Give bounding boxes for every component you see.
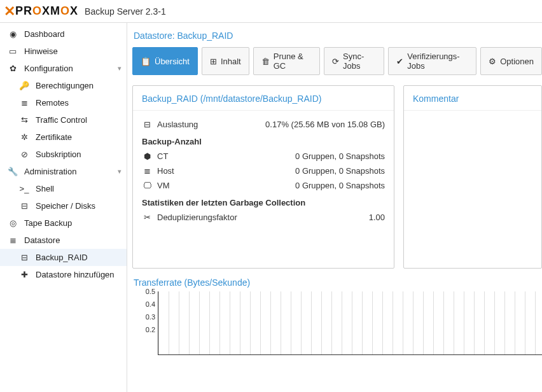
tab-label: Verifizierungs-Jobs bbox=[407, 52, 468, 71]
type-label: VM bbox=[157, 181, 170, 190]
tab-icon: ⚙ bbox=[489, 57, 496, 66]
sidebar-item-tape-backup[interactable]: ◎Tape Backup bbox=[0, 214, 127, 232]
type-value: 0 Gruppen, 0 Snapshots bbox=[295, 166, 385, 176]
type-icon: 🖵 bbox=[142, 181, 152, 190]
sidebar-item-shell[interactable]: >_Shell bbox=[0, 180, 127, 197]
backup-count-header: Backup-Anzahl bbox=[142, 132, 385, 149]
tab-sync-jobs[interactable]: ⟳Sync-Jobs bbox=[324, 47, 384, 75]
logo-mark-icon: ✕ bbox=[4, 3, 14, 20]
type-icon: ≣ bbox=[142, 166, 152, 176]
sidebar-item-administration[interactable]: 🔧Administration▾ bbox=[0, 163, 127, 180]
sidebar-item-datastore[interactable]: ≣Datastore bbox=[0, 232, 127, 249]
dedup-label: Deduplizierungsfaktor bbox=[157, 213, 237, 222]
nav-icon: ⊟ bbox=[19, 253, 29, 262]
app-title: Backup Server 2.3-1 bbox=[85, 6, 166, 17]
nav-icon: ▭ bbox=[8, 46, 18, 56]
chart-gridlines bbox=[158, 291, 542, 354]
sidebar-item-label: Dashboard bbox=[24, 29, 122, 39]
sidebar-item-label: Datastore bbox=[24, 235, 122, 245]
chevron-down-icon: ▾ bbox=[118, 167, 122, 176]
sidebar-item-label: Zertifikate bbox=[36, 132, 122, 142]
tab-icon: ⟳ bbox=[332, 57, 339, 66]
database-icon: ⊟ bbox=[142, 120, 152, 129]
backup-count-row: 🖵VM0 Gruppen, 0 Snapshots bbox=[142, 178, 385, 193]
tab-inhalt[interactable]: ⊞Inhalt bbox=[202, 47, 249, 75]
sidebar-item-label: Hinweise bbox=[24, 46, 122, 56]
nav-icon: 🔑 bbox=[19, 81, 29, 90]
tab-optionen[interactable]: ⚙Optionen bbox=[480, 47, 542, 75]
comment-panel-title: Kommentar bbox=[404, 86, 541, 111]
sidebar-item-label: Remotes bbox=[36, 98, 122, 108]
gc-stats-header: Statistiken der letzten Garbage Collecti… bbox=[142, 193, 385, 210]
nav-icon: ≣ bbox=[8, 235, 18, 245]
type-label: CT bbox=[157, 151, 168, 161]
usage-row: ⊟ Auslastung 0.17% (25.56 MB von 15.08 G… bbox=[142, 117, 385, 132]
backup-count-row: ≣Host0 Gruppen, 0 Snapshots bbox=[142, 164, 385, 178]
sidebar-item-label: Datastore hinzufügen bbox=[36, 270, 122, 279]
dedup-icon: ✂ bbox=[142, 213, 152, 222]
sidebar-item-label: Speicher / Disks bbox=[36, 201, 122, 211]
tab--bersicht[interactable]: 📋Übersicht bbox=[132, 47, 198, 75]
nav-icon: ✲ bbox=[19, 132, 29, 142]
sidebar-item-label: Subskription bbox=[36, 150, 122, 159]
tab-icon: 🗑 bbox=[261, 57, 270, 66]
summary-panel: Backup_RAID (/mnt/datastore/Backup_RAID)… bbox=[132, 85, 394, 269]
panels-row: Backup_RAID (/mnt/datastore/Backup_RAID)… bbox=[132, 85, 542, 269]
nav-icon: ⊟ bbox=[19, 201, 29, 211]
sidebar-item-zertifikate[interactable]: ✲Zertifikate bbox=[0, 129, 127, 146]
chevron-down-icon: ▾ bbox=[118, 64, 122, 73]
transferrate-section: Transferrate (Bytes/Sekunde) 0.50.40.30.… bbox=[132, 275, 542, 368]
sidebar-item-label: Berechtigungen bbox=[36, 81, 122, 90]
summary-panel-body: ⊟ Auslastung 0.17% (25.56 MB von 15.08 G… bbox=[133, 111, 394, 231]
nav-icon: ◎ bbox=[8, 218, 18, 228]
sidebar-item-hinweise[interactable]: ▭Hinweise bbox=[0, 43, 127, 60]
sidebar-item-label: Backup_RAID bbox=[36, 253, 122, 262]
sidebar-item-traffic-control[interactable]: ⇆Traffic Control bbox=[0, 111, 127, 129]
sidebar-item-konfiguration[interactable]: ✿Konfiguration▾ bbox=[0, 60, 127, 77]
sidebar-item-label: Traffic Control bbox=[36, 115, 122, 125]
tab-label: Sync-Jobs bbox=[343, 52, 376, 71]
nav-icon: ⊘ bbox=[19, 150, 29, 159]
sidebar-item-subskription[interactable]: ⊘Subskription bbox=[0, 146, 127, 163]
type-label: Host bbox=[157, 166, 174, 176]
tab-label: Optionen bbox=[500, 57, 534, 66]
tab-label: Übersicht bbox=[155, 57, 190, 66]
sidebar-item-remotes[interactable]: ≣Remotes bbox=[0, 94, 127, 111]
sidebar-item-label: Tape Backup bbox=[24, 218, 122, 228]
sidebar-item-dashboard[interactable]: ◉Dashboard bbox=[0, 25, 127, 43]
tab-label: Inhalt bbox=[221, 57, 241, 66]
chart-ytick: 0.4 bbox=[146, 300, 155, 308]
tab-label: Prune & GC bbox=[274, 52, 312, 71]
sidebar-item-backup-raid[interactable]: ⊟Backup_RAID bbox=[0, 249, 127, 266]
usage-value: 0.17% (25.56 MB von 15.08 GB) bbox=[265, 120, 385, 129]
tab-prune-gc[interactable]: 🗑Prune & GC bbox=[253, 47, 320, 75]
sidebar-item-speicher-disks[interactable]: ⊟Speicher / Disks bbox=[0, 197, 127, 214]
nav-icon: >_ bbox=[19, 184, 29, 193]
chart-y-axis: 0.50.40.30.2 bbox=[140, 291, 155, 355]
type-value: 0 Gruppen, 0 Snapshots bbox=[295, 181, 385, 190]
dedup-value: 1.00 bbox=[369, 213, 385, 222]
page-title: Datastore: Backup_RAID bbox=[132, 25, 542, 47]
nav-icon: ≣ bbox=[19, 98, 29, 108]
comment-panel: Kommentar bbox=[403, 85, 542, 269]
sidebar-item-berechtigungen[interactable]: 🔑Berechtigungen bbox=[0, 77, 127, 94]
chart-plot-area bbox=[158, 291, 542, 355]
nav-icon: ✿ bbox=[8, 64, 18, 73]
nav-icon: ⇆ bbox=[19, 115, 29, 125]
tab-verifizierungs-jobs[interactable]: ✔Verifizierungs-Jobs bbox=[388, 47, 476, 75]
summary-panel-title: Backup_RAID (/mnt/datastore/Backup_RAID) bbox=[133, 86, 394, 111]
tab-icon: ⊞ bbox=[210, 57, 217, 66]
app-header: ✕ PROXMOX Backup Server 2.3-1 bbox=[0, 0, 542, 23]
usage-label: Auslastung bbox=[157, 120, 198, 129]
sidebar: ◉Dashboard▭Hinweise✿Konfiguration▾🔑Berec… bbox=[0, 23, 127, 392]
logo: ✕ PROXMOX bbox=[4, 3, 78, 20]
sidebar-item-label: Shell bbox=[36, 184, 122, 193]
logo-text: PROXMOX bbox=[15, 4, 78, 18]
type-icon: ⬢ bbox=[142, 151, 152, 161]
sidebar-item-datastore-hinzuf-gen[interactable]: ✚Datastore hinzufügen bbox=[0, 266, 127, 283]
backup-count-row: ⬢CT0 Gruppen, 0 Snapshots bbox=[142, 149, 385, 164]
sidebar-item-label: Administration bbox=[24, 167, 111, 176]
tab-icon: 📋 bbox=[141, 57, 151, 66]
content: Datastore: Backup_RAID 📋Übersicht⊞Inhalt… bbox=[127, 23, 542, 392]
transferrate-chart: 0.50.40.30.2 bbox=[132, 291, 542, 368]
